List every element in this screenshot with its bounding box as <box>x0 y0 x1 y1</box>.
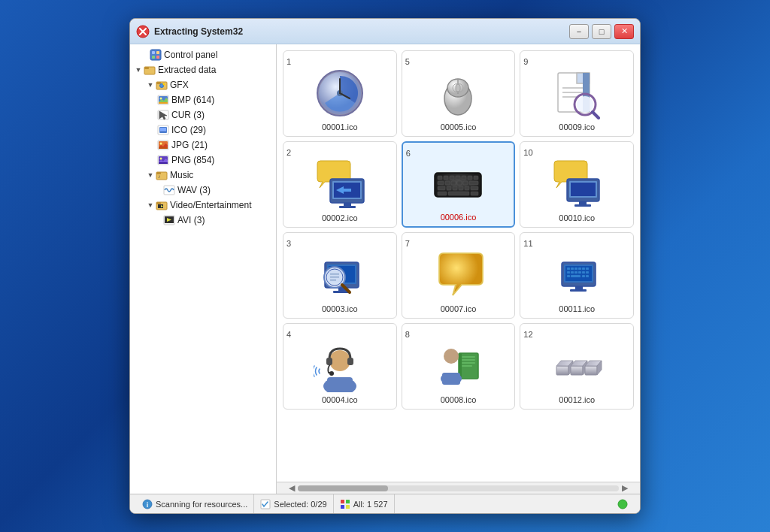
tree-label-extracted-data: Extracted data <box>158 65 216 75</box>
svg-rect-133 <box>327 377 353 388</box>
icon-cell-12[interactable]: 12 <box>520 323 634 410</box>
tree-item-wav[interactable]: WAV (3) <box>130 183 276 198</box>
cell-num-11: 11 <box>523 239 532 248</box>
tree-item-cur[interactable]: CUR (3) <box>130 107 276 122</box>
main-window: Extracting System32 − □ ✕ Control panel <box>129 18 641 514</box>
svg-rect-75 <box>450 176 454 180</box>
tree-item-control-panel[interactable]: Control panel <box>130 47 276 62</box>
cell-svg-11 <box>550 248 603 301</box>
titlebar-buttons: − □ ✕ <box>569 24 634 39</box>
cell-svg-7 <box>432 248 484 301</box>
minimize-button[interactable]: − <box>569 24 589 39</box>
svg-rect-124 <box>582 271 585 274</box>
svg-rect-114 <box>567 268 570 270</box>
svg-rect-84 <box>463 181 468 185</box>
svg-rect-146 <box>442 373 460 385</box>
expand-icon-extracted: ▼ <box>133 66 144 74</box>
maximize-button[interactable]: □ <box>592 24 611 39</box>
music-icon: ♪ <box>156 169 168 181</box>
cell-label-12: 00012.ico <box>559 395 595 404</box>
svg-rect-91 <box>471 186 478 190</box>
tree-item-png[interactable]: PNG (854) <box>130 153 276 168</box>
cell-label-9: 00009.ico <box>559 122 595 131</box>
cell-num-12: 12 <box>523 330 532 339</box>
scroll-right-arrow[interactable]: ▶ <box>622 483 628 493</box>
svg-point-32 <box>160 158 162 160</box>
icon-cell-2[interactable]: 2 <box>283 141 397 228</box>
icon-cell-7[interactable]: 7 <box>402 232 516 319</box>
icon-cell-11[interactable]: 11 <box>520 232 634 319</box>
svg-rect-115 <box>571 268 574 270</box>
cell-num-5: 5 <box>405 57 410 66</box>
svg-rect-83 <box>457 181 462 185</box>
cell-num-9: 9 <box>523 57 528 66</box>
svg-point-64 <box>577 96 593 113</box>
svg-rect-122 <box>574 271 578 274</box>
tree-label-avi: AVI (3) <box>177 215 205 225</box>
status-section-all: All: 1 527 <box>334 494 395 513</box>
jpg-icon <box>157 139 169 151</box>
tree-item-music[interactable]: ▼ ♪ Music <box>130 168 276 183</box>
tree-item-gfx[interactable]: ▼ GFX <box>130 77 276 92</box>
tree-label-music: Music <box>170 170 193 180</box>
tree-item-extracted-data[interactable]: ▼ Extracted data <box>130 62 276 77</box>
titlebar: Extracting System32 − □ ✕ <box>130 19 640 44</box>
status-section-selected: Selected: 0/29 <box>254 494 333 513</box>
svg-rect-150 <box>571 366 583 375</box>
all-icon <box>340 499 350 509</box>
tree-item-ico[interactable]: ICO (29) <box>130 122 276 138</box>
svg-rect-128 <box>582 275 585 277</box>
cell-num-1: 1 <box>286 57 291 66</box>
hscroll-thumb[interactable] <box>298 485 388 491</box>
statusbar: i Scanning for resources... Selected: 0/… <box>130 494 640 513</box>
all-text: All: 1 527 <box>353 500 388 509</box>
svg-rect-40 <box>156 202 161 204</box>
svg-rect-3 <box>150 50 161 60</box>
icon-cell-1[interactable]: 1 <box>283 50 397 137</box>
video-icon <box>156 199 168 211</box>
close-button[interactable]: ✕ <box>614 24 634 39</box>
svg-rect-5 <box>156 51 159 54</box>
cell-svg-3 <box>314 248 366 301</box>
icon-cell-6[interactable]: 6 <box>402 141 516 228</box>
gfx-folder-icon <box>156 79 168 91</box>
cell-svg-8 <box>432 339 484 392</box>
status-section-scanning: i Scanning for resources... <box>136 494 254 513</box>
svg-rect-160 <box>346 500 350 503</box>
svg-rect-76 <box>456 176 460 180</box>
svg-rect-117 <box>578 268 581 270</box>
cell-num-6: 6 <box>406 149 411 158</box>
scroll-left-arrow[interactable]: ◀ <box>289 483 295 493</box>
svg-rect-9 <box>144 67 149 69</box>
hscroll-track[interactable] <box>298 485 619 491</box>
svg-rect-110 <box>330 280 336 281</box>
info-icon: i <box>142 499 153 509</box>
icon-cell-9[interactable]: 9 <box>520 50 634 137</box>
svg-point-144 <box>444 349 459 364</box>
cell-svg-5 <box>432 66 484 119</box>
expand-icon-music: ▼ <box>145 171 156 179</box>
icon-cell-3[interactable]: 3 <box>283 232 397 319</box>
cell-svg-2 <box>314 157 366 210</box>
icon-cell-5[interactable]: 5 <box>402 50 516 137</box>
wav-icon <box>163 184 175 196</box>
svg-rect-4 <box>152 51 155 54</box>
tree-item-video[interactable]: ▼ Video/Entertainment <box>130 198 276 213</box>
svg-text:♪: ♪ <box>158 174 161 179</box>
cell-label-10: 00010.ico <box>559 213 595 222</box>
svg-rect-135 <box>326 358 332 365</box>
svg-rect-79 <box>474 176 478 180</box>
svg-text:i: i <box>147 501 149 509</box>
svg-rect-7 <box>156 56 159 59</box>
tree-item-jpg[interactable]: JPG (21) <box>130 138 276 153</box>
icon-cell-4[interactable]: 4 <box>283 323 397 410</box>
tree-item-avi[interactable]: AVI (3) <box>130 213 276 228</box>
tree-item-bmp[interactable]: BMP (614) <box>130 92 276 107</box>
window-title: Extracting System32 <box>154 26 569 37</box>
svg-rect-73 <box>438 176 442 180</box>
svg-rect-141 <box>462 359 475 361</box>
tree-panel: Control panel ▼ Extracted data ▼ <box>130 44 277 494</box>
icon-cell-8[interactable]: 8 <box>402 323 516 410</box>
icon-cell-10[interactable]: 10 <box>520 141 634 228</box>
svg-rect-89 <box>459 186 463 190</box>
